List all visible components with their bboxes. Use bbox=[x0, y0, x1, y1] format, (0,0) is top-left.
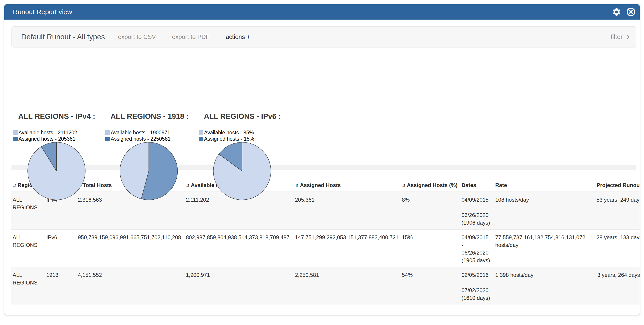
filter-label: filter bbox=[611, 33, 622, 40]
gear-icon[interactable] bbox=[612, 7, 621, 17]
legend-item: Assigned hosts - 205361 bbox=[13, 136, 103, 142]
column-header-assigned-hosts-pct[interactable]: ↓↑Assigned Hosts (%) bbox=[400, 178, 460, 192]
cell-rate: 108 hosts/day bbox=[494, 192, 595, 230]
legend-label: Assigned hosts - 2250581 bbox=[111, 136, 170, 142]
window-title: Runout Report view bbox=[13, 8, 72, 16]
pie-chart bbox=[25, 139, 88, 203]
legend-swatch bbox=[199, 130, 204, 135]
legend-item: Available hosts - 85% bbox=[199, 130, 289, 136]
runout-table-container: ↓↑Region ↓↑IP Type ↓↑Total Hosts ↓↑Avail… bbox=[11, 178, 636, 304]
legend-item: Assigned hosts - 15% bbox=[199, 136, 289, 142]
cell-assigned-hosts: 205,361 bbox=[293, 192, 400, 230]
cell-assigned-hosts-pct: 54% bbox=[400, 267, 460, 305]
export-csv-button[interactable]: export to CSV bbox=[118, 34, 156, 40]
actions-button[interactable]: actions + bbox=[226, 34, 250, 40]
legend-swatch bbox=[105, 136, 110, 141]
legend-swatch bbox=[199, 136, 204, 141]
chart-title: ALL REGIONS - IPv4 : bbox=[13, 112, 103, 121]
column-header-assigned-hosts[interactable]: ↓↑Assigned Hosts bbox=[293, 178, 400, 192]
chart-legend: Available hosts - 2111202Assigned hosts … bbox=[13, 130, 103, 142]
report-toolbar: Default Runout - All types export to CSV… bbox=[12, 26, 636, 48]
charts-section: ALL REGIONS - IPv4 : Available hosts - 2… bbox=[4, 48, 640, 165]
cell-dates: 04/09/2015 - 06/26/2020 (1905 days) bbox=[460, 230, 494, 267]
sort-icon: ↓↑ bbox=[295, 182, 298, 188]
legend-label: Available hosts - 85% bbox=[204, 130, 254, 136]
cell-region: ALL REGIONS bbox=[11, 230, 44, 267]
legend-label: Assigned hosts - 15% bbox=[204, 136, 254, 142]
pie-chart-block-1918: ALL REGIONS - 1918 : Available hosts - 1… bbox=[105, 112, 195, 203]
legend-label: Available hosts - 2111202 bbox=[18, 130, 77, 136]
cell-projected-runout: 53 years, 249 days bbox=[595, 192, 640, 230]
cell-assigned-hosts: 147,751,299,292,053,151,377,883,400,721 bbox=[293, 230, 400, 267]
table-row: ALL REGIONS 1918 4,151,552 1,900,971 2,2… bbox=[11, 267, 640, 305]
chart-legend: Available hosts - 85%Assigned hosts - 15… bbox=[199, 130, 289, 142]
chart-legend: Available hosts - 1900971Assigned hosts … bbox=[105, 130, 195, 142]
cell-ip-type: 1918 bbox=[44, 267, 76, 305]
legend-swatch bbox=[13, 136, 18, 141]
runout-report-window: Runout Report view Default Runout - All … bbox=[4, 4, 640, 315]
window-titlebar: Runout Report view bbox=[4, 4, 640, 20]
chevron-right-icon bbox=[625, 35, 630, 40]
pie-chart bbox=[210, 139, 274, 203]
chart-title: ALL REGIONS - IPv6 : bbox=[199, 112, 289, 121]
legend-label: Available hosts - 1900971 bbox=[111, 130, 170, 136]
cell-total-hosts: 950,739,159,096,991,665,751,702,110,208 bbox=[76, 230, 184, 267]
chart-title: ALL REGIONS - 1918 : bbox=[105, 112, 195, 121]
legend-item: Assigned hosts - 2250581 bbox=[105, 136, 195, 142]
cell-assigned-hosts-pct: 8% bbox=[400, 192, 460, 230]
legend-swatch bbox=[13, 130, 18, 135]
table-row: ALL REGIONS IPv6 950,739,159,096,991,665… bbox=[11, 230, 640, 267]
cell-available-hosts: 802,987,859,804,938,514,373,818,709,487 bbox=[184, 230, 293, 267]
legend-label: Assigned hosts - 205361 bbox=[18, 136, 76, 142]
sort-icon: ↓↑ bbox=[402, 182, 404, 188]
cell-dates: 04/09/2015 - 06/26/2020 (1906 days) bbox=[460, 192, 494, 230]
legend-item: Available hosts - 2111202 bbox=[13, 130, 103, 136]
column-header-rate: ↓↑Rate bbox=[494, 178, 595, 192]
cell-projected-runout: 28 years, 133 days bbox=[595, 230, 640, 267]
report-title: Default Runout - All types bbox=[21, 33, 105, 41]
close-icon[interactable] bbox=[626, 7, 636, 17]
export-pdf-button[interactable]: export to PDF bbox=[172, 34, 210, 40]
cell-dates: 02/05/2016 - 07/02/2020 (1610 days) bbox=[460, 267, 494, 305]
filter-button[interactable]: filter bbox=[611, 33, 629, 40]
legend-swatch bbox=[105, 130, 110, 135]
cell-ip-type: IPv6 bbox=[44, 230, 76, 267]
cell-assigned-hosts-pct: 15% bbox=[400, 230, 460, 267]
legend-item: Available hosts - 1900971 bbox=[105, 130, 195, 136]
pie-chart bbox=[117, 139, 180, 203]
cell-total-hosts: 4,151,552 bbox=[76, 267, 184, 305]
cell-projected-runout: 3 years, 264 days bbox=[595, 267, 640, 305]
cell-assigned-hosts: 2,250,581 bbox=[293, 267, 400, 305]
cell-region: ALL REGIONS bbox=[11, 267, 44, 305]
cell-available-hosts: 1,900,971 bbox=[184, 267, 293, 305]
column-header-dates: ↓↑Dates bbox=[460, 178, 494, 192]
pie-chart-block-ipv4: ALL REGIONS - IPv4 : Available hosts - 2… bbox=[13, 112, 103, 203]
column-header-projected-runout: ↓↑Projected Runout bbox=[595, 178, 640, 192]
cell-rate: 1,398 hosts/day bbox=[494, 267, 595, 305]
pie-chart-block-ipv6: ALL REGIONS - IPv6 : Available hosts - 8… bbox=[199, 112, 289, 203]
cell-rate: 77,559,737,161,182,754,816,131,072 hosts… bbox=[494, 230, 595, 267]
